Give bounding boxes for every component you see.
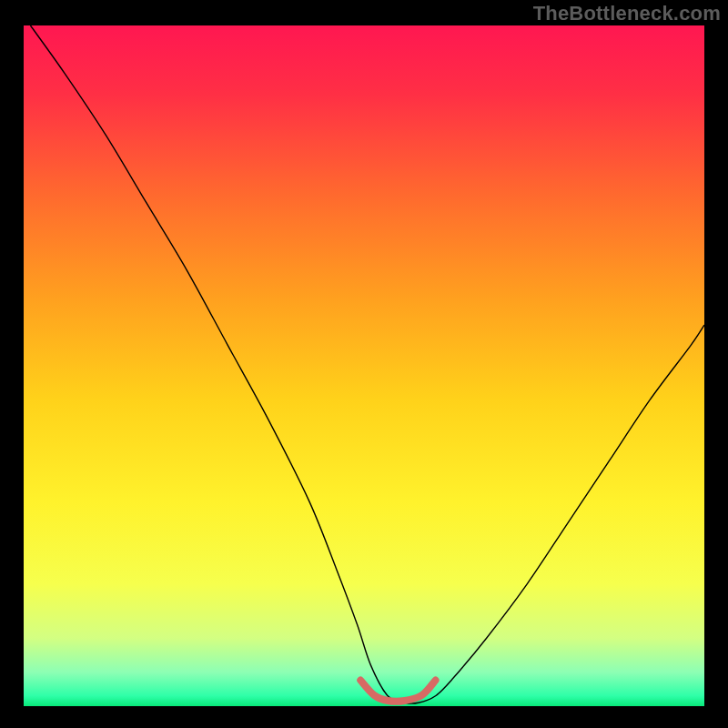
watermark-text: TheBottleneck.com (533, 2, 721, 25)
bottleneck-chart (0, 0, 728, 728)
chart-container: TheBottleneck.com (0, 0, 728, 728)
chart-background (24, 25, 704, 706)
